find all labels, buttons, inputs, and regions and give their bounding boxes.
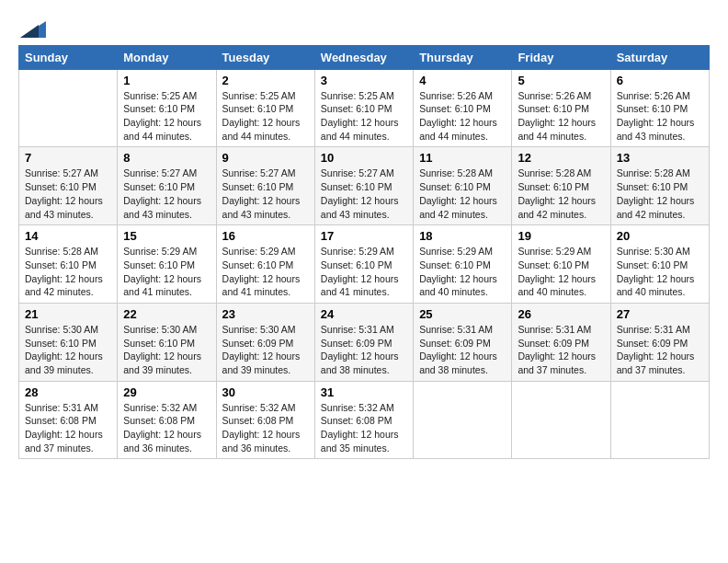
header-saturday: Saturday — [610, 45, 709, 69]
day-info: Sunrise: 5:25 AM Sunset: 6:10 PM Dayligh… — [222, 89, 309, 144]
header-tuesday: Tuesday — [216, 45, 314, 69]
header-monday: Monday — [118, 45, 216, 69]
calendar-cell: 28Sunrise: 5:31 AM Sunset: 6:08 PM Dayli… — [19, 381, 118, 459]
logo-icon — [20, 21, 46, 38]
day-number: 24 — [321, 307, 407, 321]
calendar-cell: 4Sunrise: 5:26 AM Sunset: 6:10 PM Daylig… — [414, 69, 512, 147]
calendar-cell: 25Sunrise: 5:31 AM Sunset: 6:09 PM Dayli… — [414, 303, 512, 381]
calendar-cell: 19Sunrise: 5:29 AM Sunset: 6:10 PM Dayli… — [512, 225, 610, 304]
day-number: 20 — [617, 229, 703, 243]
day-info: Sunrise: 5:31 AM Sunset: 6:09 PM Dayligh… — [617, 323, 703, 377]
day-info: Sunrise: 5:31 AM Sunset: 6:09 PM Dayligh… — [419, 323, 506, 377]
day-number: 19 — [518, 229, 604, 243]
day-number: 14 — [25, 229, 111, 243]
calendar-cell: 5Sunrise: 5:26 AM Sunset: 6:10 PM Daylig… — [512, 69, 610, 147]
day-number: 29 — [123, 385, 210, 399]
calendar-cell: 21Sunrise: 5:30 AM Sunset: 6:10 PM Dayli… — [19, 303, 118, 381]
calendar-cell — [19, 69, 118, 147]
day-info: Sunrise: 5:29 AM Sunset: 6:10 PM Dayligh… — [419, 245, 506, 299]
calendar-cell: 23Sunrise: 5:30 AM Sunset: 6:09 PM Dayli… — [216, 303, 314, 381]
calendar-cell: 27Sunrise: 5:31 AM Sunset: 6:09 PM Dayli… — [610, 303, 709, 381]
day-info: Sunrise: 5:28 AM Sunset: 6:10 PM Dayligh… — [25, 245, 111, 299]
calendar-cell: 18Sunrise: 5:29 AM Sunset: 6:10 PM Dayli… — [414, 225, 512, 304]
day-info: Sunrise: 5:32 AM Sunset: 6:08 PM Dayligh… — [222, 401, 309, 455]
calendar-cell — [610, 381, 709, 459]
day-number: 17 — [321, 229, 407, 243]
day-info: Sunrise: 5:26 AM Sunset: 6:10 PM Dayligh… — [518, 89, 604, 144]
calendar-cell — [414, 381, 512, 459]
calendar-header-row: SundayMondayTuesdayWednesdayThursdayFrid… — [19, 45, 710, 69]
day-number: 22 — [123, 307, 210, 321]
day-number: 2 — [222, 74, 309, 87]
day-info: Sunrise: 5:27 AM Sunset: 6:10 PM Dayligh… — [321, 167, 407, 221]
calendar-cell: 12Sunrise: 5:28 AM Sunset: 6:10 PM Dayli… — [512, 147, 610, 225]
day-info: Sunrise: 5:29 AM Sunset: 6:10 PM Dayligh… — [321, 245, 407, 299]
day-info: Sunrise: 5:26 AM Sunset: 6:10 PM Dayligh… — [419, 89, 506, 144]
calendar-week-4: 21Sunrise: 5:30 AM Sunset: 6:10 PM Dayli… — [19, 303, 710, 381]
calendar-cell: 20Sunrise: 5:30 AM Sunset: 6:10 PM Dayli… — [610, 225, 709, 304]
day-info: Sunrise: 5:31 AM Sunset: 6:08 PM Dayligh… — [25, 401, 111, 455]
day-number: 18 — [419, 229, 506, 243]
calendar-cell: 11Sunrise: 5:28 AM Sunset: 6:10 PM Dayli… — [414, 147, 512, 225]
day-number: 1 — [123, 74, 210, 87]
calendar-cell: 22Sunrise: 5:30 AM Sunset: 6:10 PM Dayli… — [118, 303, 216, 381]
day-number: 3 — [321, 74, 407, 87]
calendar-cell: 13Sunrise: 5:28 AM Sunset: 6:10 PM Dayli… — [610, 147, 709, 225]
calendar-cell — [512, 381, 610, 459]
page-header — [18, 18, 710, 38]
calendar-cell: 2Sunrise: 5:25 AM Sunset: 6:10 PM Daylig… — [216, 69, 314, 147]
header-wednesday: Wednesday — [314, 45, 413, 69]
day-info: Sunrise: 5:31 AM Sunset: 6:09 PM Dayligh… — [321, 323, 407, 377]
calendar-cell: 16Sunrise: 5:29 AM Sunset: 6:10 PM Dayli… — [216, 225, 314, 304]
day-number: 8 — [123, 151, 210, 165]
calendar-cell: 6Sunrise: 5:26 AM Sunset: 6:10 PM Daylig… — [610, 69, 709, 147]
day-info: Sunrise: 5:32 AM Sunset: 6:08 PM Dayligh… — [321, 401, 407, 455]
calendar-cell: 24Sunrise: 5:31 AM Sunset: 6:09 PM Dayli… — [314, 303, 413, 381]
calendar-cell: 17Sunrise: 5:29 AM Sunset: 6:10 PM Dayli… — [314, 225, 413, 304]
day-info: Sunrise: 5:27 AM Sunset: 6:10 PM Dayligh… — [25, 167, 111, 221]
calendar-cell: 26Sunrise: 5:31 AM Sunset: 6:09 PM Dayli… — [512, 303, 610, 381]
day-info: Sunrise: 5:25 AM Sunset: 6:10 PM Dayligh… — [123, 89, 210, 144]
day-info: Sunrise: 5:29 AM Sunset: 6:10 PM Dayligh… — [222, 245, 309, 299]
calendar-cell: 29Sunrise: 5:32 AM Sunset: 6:08 PM Dayli… — [118, 381, 216, 459]
calendar-cell: 3Sunrise: 5:25 AM Sunset: 6:10 PM Daylig… — [314, 69, 413, 147]
day-number: 15 — [123, 229, 210, 243]
day-number: 7 — [25, 151, 111, 165]
logo — [18, 18, 46, 38]
day-number: 5 — [518, 74, 604, 87]
day-info: Sunrise: 5:30 AM Sunset: 6:09 PM Dayligh… — [222, 323, 309, 377]
header-friday: Friday — [512, 45, 610, 69]
calendar-cell: 9Sunrise: 5:27 AM Sunset: 6:10 PM Daylig… — [216, 147, 314, 225]
header-sunday: Sunday — [19, 45, 118, 69]
day-number: 30 — [222, 385, 309, 399]
calendar-week-3: 14Sunrise: 5:28 AM Sunset: 6:10 PM Dayli… — [19, 225, 710, 304]
day-number: 27 — [617, 307, 703, 321]
calendar-week-5: 28Sunrise: 5:31 AM Sunset: 6:08 PM Dayli… — [19, 381, 710, 459]
day-info: Sunrise: 5:28 AM Sunset: 6:10 PM Dayligh… — [419, 167, 506, 221]
calendar-week-2: 7Sunrise: 5:27 AM Sunset: 6:10 PM Daylig… — [19, 147, 710, 225]
day-number: 11 — [419, 151, 506, 165]
day-info: Sunrise: 5:26 AM Sunset: 6:10 PM Dayligh… — [617, 89, 703, 144]
day-number: 31 — [321, 385, 407, 399]
day-info: Sunrise: 5:27 AM Sunset: 6:10 PM Dayligh… — [222, 167, 309, 221]
calendar-cell: 31Sunrise: 5:32 AM Sunset: 6:08 PM Dayli… — [314, 381, 413, 459]
calendar-cell: 8Sunrise: 5:27 AM Sunset: 6:10 PM Daylig… — [118, 147, 216, 225]
calendar-cell: 15Sunrise: 5:29 AM Sunset: 6:10 PM Dayli… — [118, 225, 216, 304]
day-info: Sunrise: 5:29 AM Sunset: 6:10 PM Dayligh… — [518, 245, 604, 299]
calendar-cell: 14Sunrise: 5:28 AM Sunset: 6:10 PM Dayli… — [19, 225, 118, 304]
calendar-cell: 10Sunrise: 5:27 AM Sunset: 6:10 PM Dayli… — [314, 147, 413, 225]
day-number: 6 — [617, 74, 703, 87]
calendar-cell: 1Sunrise: 5:25 AM Sunset: 6:10 PM Daylig… — [118, 69, 216, 147]
day-info: Sunrise: 5:25 AM Sunset: 6:10 PM Dayligh… — [321, 89, 407, 144]
header-thursday: Thursday — [414, 45, 512, 69]
day-number: 4 — [419, 74, 506, 87]
calendar-cell: 7Sunrise: 5:27 AM Sunset: 6:10 PM Daylig… — [19, 147, 118, 225]
day-info: Sunrise: 5:30 AM Sunset: 6:10 PM Dayligh… — [25, 323, 111, 377]
day-info: Sunrise: 5:32 AM Sunset: 6:08 PM Dayligh… — [123, 401, 210, 455]
day-info: Sunrise: 5:31 AM Sunset: 6:09 PM Dayligh… — [518, 323, 604, 377]
day-number: 26 — [518, 307, 604, 321]
day-number: 28 — [25, 385, 111, 399]
day-info: Sunrise: 5:30 AM Sunset: 6:10 PM Dayligh… — [617, 245, 703, 299]
day-number: 25 — [419, 307, 506, 321]
day-info: Sunrise: 5:28 AM Sunset: 6:10 PM Dayligh… — [518, 167, 604, 221]
